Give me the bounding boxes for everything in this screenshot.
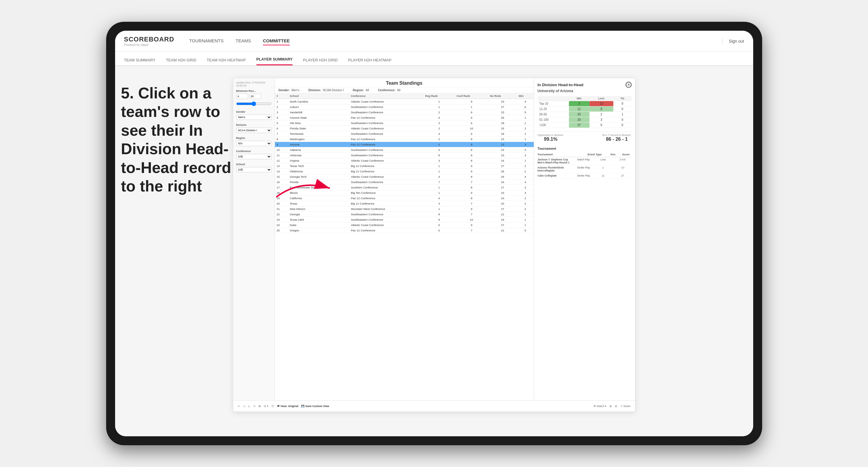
sub-nav-team-h2h-grid[interactable]: TEAM H2H GRID	[166, 58, 196, 65]
sub-nav: TEAM SUMMARY TEAM H2H GRID TEAM H2H HEAT…	[115, 52, 753, 66]
table-row[interactable]: 9 Arizona Pac-12 Conference 5 8 23 3	[275, 142, 534, 147]
cell-conf-rank: 9	[455, 163, 488, 169]
sign-out-link[interactable]: Sign out	[722, 39, 744, 43]
nav-tournaments[interactable]: TOURNAMENTS	[189, 37, 224, 45]
cell-conference: Mountain West Conference	[349, 206, 424, 212]
cell-school: East Tennessee State	[288, 185, 349, 190]
toolbar-fwd[interactable]: ▷	[248, 405, 250, 408]
table-row[interactable]: 20 Texas Big 12 Conference 3 7 20 2	[275, 201, 534, 206]
cell-conference: Southeastern Conference	[349, 131, 424, 136]
table-row[interactable]: 5 Ole Miss Southeastern Conference 3 6 1…	[275, 121, 534, 126]
cell-reg-rank: 2	[424, 126, 455, 131]
tournament-name: Jackson T. Stephens Cup Men's Match-Play…	[538, 158, 573, 164]
toolbar-clock[interactable]: ⏱	[271, 405, 274, 408]
cell-win: 3	[517, 153, 534, 158]
cell-school: Georgia	[288, 212, 349, 217]
sub-nav-team-summary[interactable]: TEAM SUMMARY	[124, 58, 156, 65]
cell-reg-rank: 4	[424, 131, 455, 136]
toolbar-copy[interactable]: ⊞	[258, 405, 261, 408]
table-row[interactable]: 19 California Pac-12 Conference 4 8 24 2	[275, 196, 534, 201]
toolbar-save-custom[interactable]: 💾 Save Custom View	[301, 405, 329, 408]
gender-filter-value: Men's	[291, 89, 299, 92]
toolbar-more[interactable]: ⊡ ▾	[264, 405, 269, 408]
col-school: School	[288, 93, 349, 99]
col-num: #	[275, 93, 288, 99]
h2h-col-label	[538, 96, 569, 101]
cell-school: Florida	[288, 180, 349, 185]
table-row[interactable]: 8 Washington Pac-12 Conference 2 8 23 1	[275, 136, 534, 142]
cell-school: Ole Miss	[288, 121, 349, 126]
col-no-rnds: No Rnds	[488, 93, 517, 99]
tournament-type: Stroke Play	[575, 166, 592, 172]
table-row[interactable]: 18 Illinois Big Ten Conference 1 9 23 3	[275, 190, 534, 196]
sub-nav-player-h2h-grid[interactable]: PLAYER H2H GRID	[303, 58, 338, 65]
table-row[interactable]: 2 Auburn Southeastern Conference 1 1 27 …	[275, 104, 534, 110]
cell-no-rnds: 27	[488, 163, 517, 169]
cell-conference: Southeastern Conference	[349, 121, 424, 126]
cell-no-rnds: 23	[488, 136, 517, 142]
h2h-panel: In Division Head-to-Head ✕ University of…	[534, 78, 635, 400]
toolbar-undo[interactable]: ↩	[238, 405, 240, 408]
cell-win: 4	[517, 174, 534, 180]
table-row[interactable]: 17 East Tennessee State Southern Confere…	[275, 185, 534, 190]
h2h-cell-label: >100	[538, 123, 569, 128]
table-row[interactable]: 4 Arizona State Pac-12 Conference 4 6 26…	[275, 115, 534, 121]
cell-school: Vanderbilt	[288, 110, 349, 115]
sub-nav-team-h2h-heatmap[interactable]: TEAM H2H HEATMAP	[207, 58, 246, 65]
cell-win: 3	[517, 142, 534, 147]
table-row[interactable]: 23 Texas A&M Southeastern Conference 9 1…	[275, 217, 534, 222]
h2h-col-win: Win	[569, 96, 589, 101]
cell-num: 16	[275, 180, 288, 185]
nav-teams[interactable]: TEAMS	[236, 37, 251, 45]
cell-win: 1	[517, 217, 534, 222]
table-row[interactable]: 24 Duke Atlantic Coast Conference 5 9 27…	[275, 222, 534, 228]
cell-num: 7	[275, 131, 288, 136]
h2h-table: Win Loss Tie Top 10 3 13 0 11-25 11 8 0 …	[538, 96, 631, 128]
cell-num: 3	[275, 110, 288, 115]
cell-conf-rank: 7	[455, 201, 488, 206]
table-row[interactable]: 12 Virginia Atlantic Coast Conference 3 …	[275, 158, 534, 163]
table-row[interactable]: 6 Florida State Atlantic Coast Conferenc…	[275, 126, 534, 131]
cell-conf-rank: 7	[455, 212, 488, 217]
cell-reg-rank: 3	[424, 121, 455, 126]
cell-school: Washington	[288, 136, 349, 142]
cell-school: Florida State	[288, 126, 349, 131]
table-row[interactable]: 13 Texas Tech Big 12 Conference 1 9 27 2	[275, 163, 534, 169]
toolbar-share[interactable]: ↗ Share	[620, 405, 631, 408]
table-title-row: Team Standings	[275, 78, 534, 87]
cell-conference: Southeastern Conference	[349, 110, 424, 115]
cell-school: Arkansas	[288, 153, 349, 158]
h2h-row: >100 27 0 0	[538, 123, 631, 128]
table-row[interactable]: 1 North Carolina Atlantic Coast Conferen…	[275, 99, 534, 104]
top-nav: SCOREBOARD Powered by clippd TOURNAMENTS…	[115, 31, 753, 52]
table-row[interactable]: 25 Oregon Pac-12 Conference 5 7 21 0	[275, 228, 534, 233]
sub-nav-player-summary[interactable]: PLAYER SUMMARY	[256, 57, 293, 65]
toolbar-back[interactable]: ◁	[243, 405, 245, 408]
cell-num: 4	[275, 115, 288, 121]
toolbar-watch[interactable]: 👁 Watch ▾	[593, 405, 607, 408]
table-row[interactable]: 10 Alabama Southeastern Conference 5 8 2…	[275, 147, 534, 153]
cell-win: 0	[517, 228, 534, 233]
tournament-pos: Loss	[594, 158, 612, 164]
table-row[interactable]: 11 Arkansas Southeastern Conference 8 8 …	[275, 153, 534, 158]
cell-win: 1	[517, 158, 534, 163]
h2h-close-btn[interactable]: ✕	[626, 82, 631, 88]
toolbar-view-original[interactable]: 👁 View: Original	[277, 405, 298, 408]
h2h-title: In Division Head-to-Head	[538, 83, 584, 87]
nav-committee[interactable]: COMMITTEE	[263, 37, 290, 45]
th-tournament: Tournament	[538, 153, 582, 156]
toolbar-icon2[interactable]: ⊟	[615, 405, 617, 408]
table-row[interactable]: 22 Georgia Southeastern Conference 8 7 2…	[275, 212, 534, 217]
cell-win: 2	[517, 126, 534, 131]
toolbar-icon1[interactable]: ⊞	[610, 405, 612, 408]
toolbar-redo[interactable]: ↪	[253, 405, 255, 408]
filter-min-rounds-input2[interactable]	[249, 94, 261, 99]
table-row[interactable]: 21 New Mexico Mountain West Conference 1…	[275, 206, 534, 212]
table-row[interactable]: 3 Vanderbilt Southeastern Conference 2 8…	[275, 110, 534, 115]
cell-reg-rank: 8	[424, 212, 455, 217]
table-row[interactable]: 16 Florida Southeastern Conference 7 7 2…	[275, 180, 534, 185]
table-row[interactable]: 7 Tennessee Southeastern Conference 4 6 …	[275, 131, 534, 136]
table-row[interactable]: 14 Oklahoma Big 12 Conference 1 9 26 2	[275, 169, 534, 174]
table-row[interactable]: 15 Georgia Tech Atlantic Coast Conferenc…	[275, 174, 534, 180]
sub-nav-player-h2h-heatmap[interactable]: PLAYER H2H HEATMAP	[348, 58, 391, 65]
